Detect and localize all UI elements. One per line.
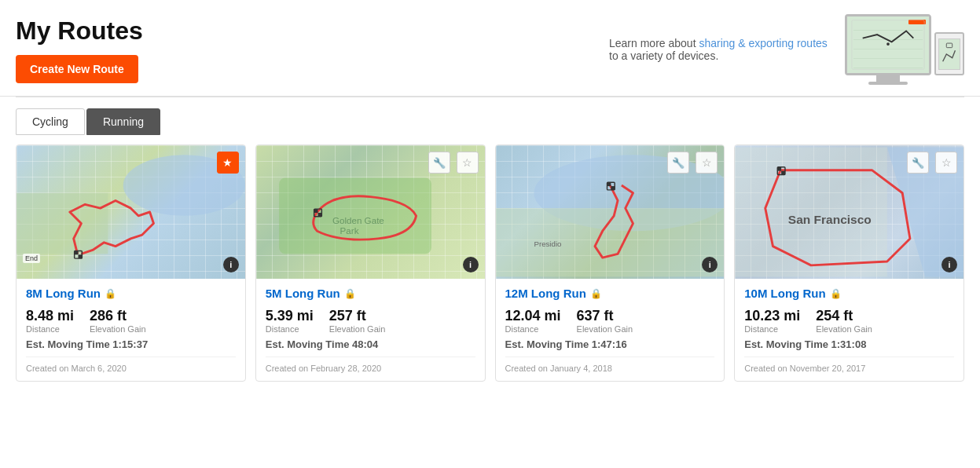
svg-rect-13	[314, 209, 317, 213]
svg-rect-5	[17, 193, 108, 254]
route-map-1: ★ End i	[17, 145, 245, 279]
distance-stat-2: 5.39 mi Distance	[266, 308, 314, 334]
header-info: Learn more about sharing & exporting rou…	[609, 37, 829, 62]
route-title-1[interactable]: 8M Long Run 🔒	[26, 287, 236, 300]
elevation-label-1: Elevation Gain	[90, 324, 146, 334]
route-card-body-1: 8M Long Run 🔒 8.48 mi Distance 286 ft El…	[17, 279, 245, 381]
elevation-stat-3: 637 ft Elevation Gain	[577, 308, 633, 334]
monitor	[845, 14, 931, 75]
svg-text:Presidio: Presidio	[534, 239, 561, 248]
svg-rect-16	[496, 208, 725, 276]
map-end-label-1: End	[23, 254, 40, 263]
monitor-route-svg	[847, 16, 929, 73]
route-created-1: Created on March 6, 2020	[26, 356, 236, 373]
route-wrench-3[interactable]: 🔧	[667, 152, 689, 174]
route-card-4: San Francisco ☆ 🔧 i 10M Long Run 🔒 10.23…	[734, 144, 964, 382]
elevation-stat-4: 254 ft Elevation Gain	[816, 308, 872, 334]
route-stats-3: 12.04 mi Distance 637 ft Elevation Gain	[505, 308, 715, 334]
route-wrench-4[interactable]: 🔧	[907, 152, 929, 174]
route-wrench-2[interactable]: 🔧	[428, 152, 450, 174]
header-left: My Routes Create New Route	[16, 16, 143, 83]
route-stats-1: 8.48 mi Distance 286 ft Elevation Gain	[26, 308, 236, 334]
tab-cycling[interactable]: Cycling	[16, 108, 85, 135]
monitor-base	[868, 82, 908, 85]
route-map-2: Golden Gate Park ☆ 🔧 i	[256, 145, 485, 279]
tab-running[interactable]: Running	[86, 108, 160, 135]
info-prefix: Learn more about	[609, 37, 699, 49]
monitor-stand	[876, 75, 900, 82]
lock-icon-3: 🔒	[590, 288, 602, 299]
elevation-stat-2: 257 ft Elevation Gain	[329, 308, 386, 334]
distance-label-4: Distance	[744, 324, 800, 334]
svg-rect-14	[317, 213, 321, 217]
distance-stat-3: 12.04 mi Distance	[505, 308, 561, 334]
distance-label-1: Distance	[26, 324, 74, 334]
distance-stat-4: 10.23 mi Distance	[744, 308, 800, 334]
lock-icon-1: 🔒	[105, 288, 116, 299]
elevation-value-4: 254 ft	[816, 308, 872, 324]
route-path-svg-2: Golden Gate Park	[256, 145, 485, 279]
distance-value-2: 5.39 mi	[266, 308, 314, 324]
route-path-svg-4: San Francisco	[735, 145, 963, 279]
elevation-value-1: 286 ft	[90, 308, 146, 324]
route-card-2: Golden Gate Park ☆ 🔧 i 5M Long Run 🔒 5.3…	[255, 144, 486, 382]
create-route-button[interactable]: Create New Route	[16, 55, 138, 83]
device-illustration	[845, 14, 964, 85]
svg-rect-7	[75, 250, 79, 254]
route-star-1[interactable]: ★	[217, 152, 239, 174]
route-star-2[interactable]: ☆	[457, 152, 479, 174]
info-suffix: to a variety of devices.	[609, 49, 718, 62]
svg-rect-2	[939, 39, 960, 68]
route-star-4[interactable]: ☆	[935, 152, 957, 174]
est-time-4: Est. Moving Time 1:31:08	[744, 338, 954, 350]
route-card-body-2: 5M Long Run 🔒 5.39 mi Distance 257 ft El…	[256, 279, 485, 381]
distance-value-1: 8.48 mi	[26, 308, 74, 324]
elevation-label-2: Elevation Gain	[329, 324, 386, 334]
tabs-section: Cycling Running	[0, 97, 980, 135]
svg-rect-25	[778, 167, 782, 171]
route-star-3[interactable]: ☆	[696, 152, 718, 174]
route-path-svg-3: Presidio	[496, 145, 725, 279]
page-title: My Routes	[16, 16, 143, 46]
svg-text:Park: Park	[340, 225, 358, 236]
tablet-map-svg	[939, 38, 960, 70]
lock-icon-2: 🔒	[344, 288, 356, 299]
elevation-value-2: 257 ft	[329, 308, 386, 324]
route-card-body-3: 12M Long Run 🔒 12.04 mi Distance 637 ft …	[496, 279, 725, 381]
svg-text:Golden Gate: Golden Gate	[332, 215, 384, 225]
distance-value-3: 12.04 mi	[505, 308, 561, 324]
svg-rect-26	[781, 171, 785, 175]
distance-label-2: Distance	[266, 324, 314, 334]
elevation-label-3: Elevation Gain	[577, 324, 633, 334]
route-created-4: Created on November 20, 2017	[744, 356, 954, 373]
route-map-3: Presidio ☆ 🔧 i	[496, 145, 725, 279]
route-title-3[interactable]: 12M Long Run 🔒	[505, 287, 715, 300]
est-time-1: Est. Moving Time 1:15:37	[26, 338, 236, 350]
elevation-stat-1: 286 ft Elevation Gain	[90, 308, 146, 334]
route-created-3: Created on January 4, 2018	[505, 356, 715, 373]
info-link[interactable]: sharing & exporting routes	[699, 37, 827, 49]
lock-icon-4: 🔒	[830, 288, 842, 299]
routes-section: ★ End i 8M Long Run 🔒 8.48 mi Distance 2…	[0, 135, 980, 397]
route-map-4: San Francisco ☆ 🔧 i	[735, 145, 963, 279]
map-info-btn-1[interactable]: i	[223, 257, 239, 272]
monitor-wrap	[845, 14, 931, 85]
svg-point-1	[886, 42, 890, 46]
distance-stat-1: 8.48 mi Distance	[26, 308, 74, 334]
map-info-btn-2[interactable]: i	[463, 257, 479, 272]
elevation-label-4: Elevation Gain	[816, 324, 872, 334]
est-time-2: Est. Moving Time 48:04	[266, 338, 475, 350]
elevation-value-3: 637 ft	[577, 308, 633, 324]
route-stats-2: 5.39 mi Distance 257 ft Elevation Gain	[266, 308, 475, 334]
header: My Routes Create New Route Learn more ab…	[0, 0, 980, 97]
map-info-btn-4[interactable]: i	[941, 257, 957, 272]
monitor-screen	[847, 16, 929, 73]
svg-rect-19	[611, 186, 615, 190]
route-stats-4: 10.23 mi Distance 254 ft Elevation Gain	[744, 308, 954, 334]
route-title-4[interactable]: 10M Long Run 🔒	[744, 287, 954, 300]
svg-rect-18	[607, 182, 611, 186]
route-card-body-4: 10M Long Run 🔒 10.23 mi Distance 254 ft …	[735, 279, 963, 381]
tablet-screen	[938, 38, 960, 70]
tablet	[934, 32, 964, 75]
route-title-2[interactable]: 5M Long Run 🔒	[266, 287, 475, 300]
